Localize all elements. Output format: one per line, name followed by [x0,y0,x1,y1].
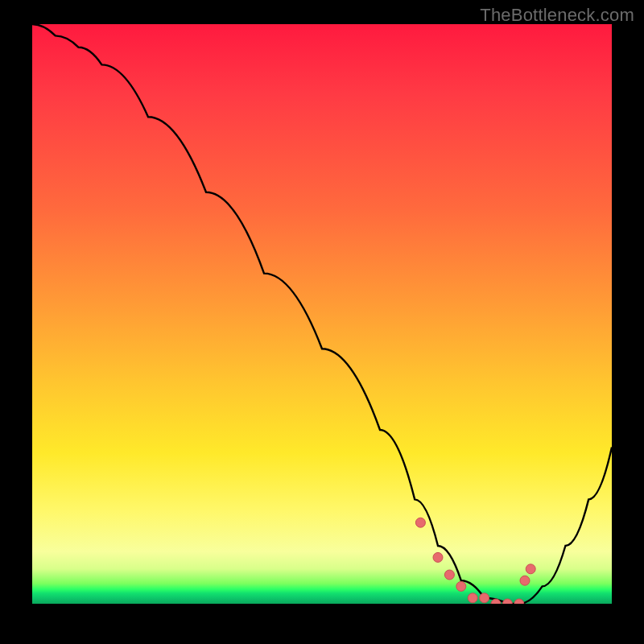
curve-marker [415,518,425,527]
plot-area [32,24,612,604]
curve-marker [468,593,477,603]
bottleneck-curve [32,24,612,604]
curve-marker [456,581,466,591]
chart-frame: TheBottleneck.com [0,0,644,644]
curve-marker [433,552,443,562]
curve-marker [526,564,535,574]
curve-marker [514,599,524,604]
watermark-text: TheBottleneck.com [480,5,634,26]
curve-marker [480,593,489,603]
curve-marker [444,570,454,580]
curve-marker [502,599,512,604]
curve-svg [32,24,612,604]
curve-marker [520,576,530,585]
